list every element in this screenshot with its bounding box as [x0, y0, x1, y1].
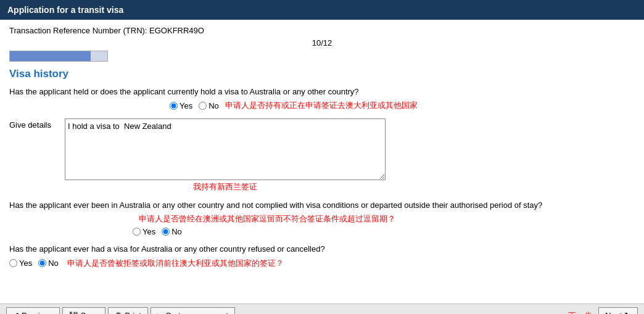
question2-block: Has the applicant ever been in Australia…	[9, 200, 635, 236]
progress-page: 10/12	[9, 38, 635, 48]
print-icon: 🖶	[115, 312, 122, 315]
go-to-account-icon: ▶	[157, 312, 163, 315]
question1-radios: Yes No 申请人是否持有或正在申请签证去澳大利亚或其他国家	[9, 100, 635, 111]
progress-bar-filled	[10, 51, 91, 61]
question1-yes-label[interactable]: Yes	[170, 101, 192, 110]
question3-no-label[interactable]: No	[38, 258, 59, 268]
save-icon: 💾	[69, 312, 78, 315]
section-title: Visa history	[9, 68, 635, 80]
trn-line: Transaction Reference Number (TRN): EGOK…	[9, 26, 635, 35]
details-translation: 我持有新西兰签证	[65, 181, 386, 192]
next-translation: 下一步	[568, 310, 592, 315]
question1-yes-radio[interactable]	[170, 102, 178, 110]
previous-icon: ↺	[13, 312, 19, 315]
previous-button[interactable]: ↺ Previous	[6, 307, 60, 315]
question1-text: Has the applicant held or does the appli…	[9, 86, 635, 97]
previous-label: Previous	[22, 311, 53, 314]
question1-no-radio[interactable]	[199, 102, 207, 110]
progress-bar-wrapper	[9, 51, 635, 62]
question2-translation: 申请人是否曾经在澳洲或其他国家逗留而不符合签证条件或超过逗留期？	[139, 213, 395, 225]
save-button[interactable]: 💾 Save	[62, 307, 106, 315]
question3-text: Has the applicant ever had a visa for Au…	[9, 244, 635, 255]
question3-yes-radio[interactable]	[9, 259, 17, 267]
question2-yes-radio[interactable]	[133, 228, 141, 236]
print-label: Print	[125, 311, 141, 314]
question3-yes-label[interactable]: Yes	[9, 258, 32, 268]
go-to-account-button[interactable]: ▶ Go to my account	[151, 307, 235, 315]
progress-bar-remaining	[91, 51, 107, 61]
save-label: Save	[81, 311, 99, 314]
next-icon: ↻	[624, 311, 631, 314]
trn-value: Transaction Reference Number (TRN): EGOK…	[9, 26, 204, 35]
go-to-account-label: Go to my account	[165, 311, 228, 314]
give-details-row: Give details I hold a visa to New Zealan…	[9, 118, 635, 192]
question2-radio-row: Yes No	[9, 227, 635, 236]
next-button[interactable]: Next ↻	[598, 307, 638, 315]
question1-translation: 申请人是否持有或正在申请签证去澳大利亚或其他国家	[225, 100, 418, 111]
progress-bar	[9, 51, 108, 62]
question3-translation: 申请人是否曾被拒签或取消前往澳大利亚或其他国家的签证？	[67, 258, 284, 269]
question3-block: Has the applicant ever had a visa for Au…	[9, 244, 635, 268]
question3-radio-row: Yes No 申请人是否曾被拒签或取消前往澳大利亚或其他国家的签证？	[9, 258, 635, 269]
title-bar: Application for a transit visa	[0, 0, 644, 20]
main-content: Transaction Reference Number (TRN): EGOK…	[0, 20, 644, 304]
question2-radios: 申请人是否曾经在澳洲或其他国家逗留而不符合签证条件或超过逗留期？	[9, 213, 635, 225]
give-details-label: Give details	[9, 118, 65, 130]
question1-block: Has the applicant held or does the appli…	[9, 86, 635, 111]
question2-no-radio[interactable]	[162, 228, 170, 236]
textarea-wrapper: I hold a visa to New Zealand 我持有新西兰签证	[65, 118, 386, 192]
print-button[interactable]: 🖶 Print	[108, 307, 148, 315]
page-counter: 10/12	[312, 38, 332, 48]
footer-bar: ↺ Previous 💾 Save 🖶 Print ▶ Go to my acc…	[0, 304, 644, 314]
question3-no-radio[interactable]	[38, 259, 46, 267]
question1-no-label[interactable]: No	[199, 101, 219, 110]
question2-text: Has the applicant ever been in Australia…	[9, 200, 635, 211]
next-label: Next	[605, 311, 622, 314]
app-title: Application for a transit visa	[7, 5, 123, 15]
question2-yes-label[interactable]: Yes	[133, 227, 155, 236]
question2-no-label[interactable]: No	[162, 227, 182, 236]
details-textarea[interactable]: I hold a visa to New Zealand	[65, 118, 386, 180]
